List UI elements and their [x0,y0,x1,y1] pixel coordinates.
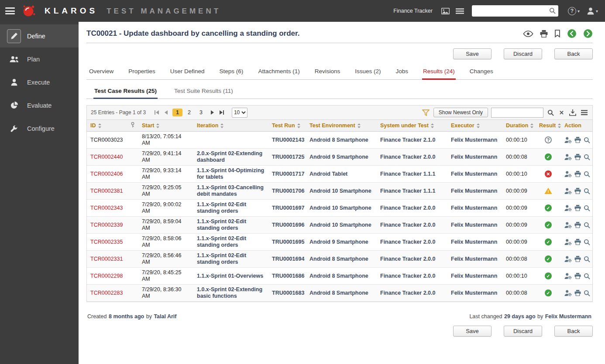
iteration-link[interactable]: 1.0.x-Sprint 02-Extending basic function… [197,286,262,299]
system-under-test-link[interactable]: Finance Tracker 2.0.0 [380,222,435,228]
iteration-link[interactable]: 1.1.x-Sprint 02-Edit standing orders [197,252,246,265]
executor-link[interactable]: Felix Mustermann [451,154,497,160]
system-under-test-link[interactable]: Finance Tracker 2.0.0 [380,256,435,262]
back-button-bottom[interactable]: Back [554,326,593,337]
global-search-input[interactable] [472,5,558,17]
print-result-icon[interactable] [574,222,581,228]
result-id-link[interactable]: TCR0002335 [90,239,123,245]
discard-button[interactable]: Discard [504,48,542,59]
edit-result-icon[interactable] [564,239,572,245]
sidebar-item-define[interactable]: Define [0,24,79,48]
test-environment-link[interactable]: Android 10 Smartphone [309,222,371,228]
test-run-link[interactable]: TRU0001683 [272,290,304,296]
page-number-2[interactable]: 2 [184,109,194,116]
executor-link[interactable]: Felix Mustermann [451,290,497,296]
system-under-test-link[interactable]: Finance Tracker 2.0.0 [380,205,435,211]
global-search-icon[interactable] [549,7,556,16]
show-newest-only-button[interactable]: Show Newest Only [433,108,488,117]
next-page-icon[interactable] [210,110,215,115]
iteration-link[interactable]: 1.1.x-Sprint 03-Cancelling debit mandate… [197,184,264,197]
print-result-icon[interactable] [574,290,581,296]
first-page-icon[interactable] [153,110,160,115]
sidebar-item-execute[interactable]: Execute [0,71,79,94]
column-header-test-environment[interactable]: Test Environment [306,120,377,132]
view-result-icon[interactable] [584,154,590,160]
subtab-test-case-results-25[interactable]: Test Case Results (25) [93,86,158,99]
view-result-icon[interactable] [584,205,590,211]
view-result-icon[interactable] [584,222,590,228]
save-button[interactable]: Save [453,48,492,59]
result-id-link[interactable]: TCR0002343 [90,205,123,211]
edit-result-icon[interactable] [564,273,572,279]
system-under-test-link[interactable]: Finance Tracker 2.0.0 [380,290,435,296]
test-run-link[interactable]: TRU0001697 [272,205,304,211]
test-environment-link[interactable]: Android 8 Smartphone [309,256,368,262]
edit-result-icon[interactable] [564,290,572,296]
result-id-link[interactable]: TCR0002331 [90,256,123,262]
print-icon[interactable] [540,30,548,37]
test-run-link[interactable]: TRU0001717 [272,171,304,177]
executor-link[interactable]: Felix Mustermann [451,222,497,228]
tab-attachments-1[interactable]: Attachments (1) [257,66,300,79]
tab-user-defined[interactable]: User Defined [169,66,206,79]
page-size-select[interactable]: 10 [232,108,248,118]
system-under-test-link[interactable]: Finance Tracker 2.0.0 [380,273,435,279]
system-under-test-link[interactable]: Finance Tracker 2.1.0 [380,137,435,143]
tab-changes[interactable]: Changes [469,66,494,79]
executor-link[interactable]: Felix Mustermann [451,171,497,177]
download-icon[interactable] [568,109,577,116]
column-header-iteration[interactable]: Iteration [193,120,268,132]
print-result-icon[interactable] [574,137,581,143]
discard-button-bottom[interactable]: Discard [504,326,542,337]
print-result-icon[interactable] [574,256,581,262]
edit-result-icon[interactable] [564,171,572,177]
created-time-link[interactable]: 8 months ago [109,313,144,320]
edit-result-icon[interactable] [564,205,572,211]
system-under-test-link[interactable]: Finance Tracker 1.1.1 [380,188,435,194]
view-result-icon[interactable] [584,171,590,177]
test-environment-link[interactable]: Android 10 Smartphone [309,205,371,211]
page-number-1[interactable]: 1 [172,109,182,116]
tab-properties[interactable]: Properties [127,66,156,79]
column-header-system-under-test[interactable]: System under Test [377,120,447,132]
previous-page-icon[interactable] [163,110,168,115]
print-result-icon[interactable] [574,188,581,194]
changed-time-link[interactable]: 29 days ago [504,313,536,320]
system-under-test-link[interactable]: Finance Tracker 2.0.0 [380,239,435,245]
executor-link[interactable]: Felix Mustermann [451,188,497,194]
table-search-icon[interactable] [547,109,555,116]
image-view-icon[interactable] [440,7,450,15]
menu-toggle-icon[interactable] [5,7,15,14]
executor-link[interactable]: Felix Mustermann [451,205,497,211]
iteration-link[interactable]: 1.1.x-Sprint 02-Edit standing orders [197,235,246,248]
test-run-link[interactable]: TRU0001725 [272,154,304,160]
created-user-link[interactable]: Talal Arif [154,313,176,320]
table-search-input[interactable] [491,108,543,118]
previous-element-icon[interactable] [567,29,577,38]
edit-result-icon[interactable] [564,137,572,143]
print-result-icon[interactable] [574,171,581,177]
system-under-test-link[interactable]: Finance Tracker 1.1.1 [380,171,435,177]
column-header-start[interactable]: Start [138,120,193,132]
column-header-id[interactable]: ID [87,120,127,132]
result-id-link[interactable]: TCR0002339 [90,222,123,228]
tab-results-24[interactable]: Results (24) [422,66,456,80]
result-id-link[interactable]: TCR0002381 [90,188,123,194]
preview-icon[interactable] [523,31,533,37]
column-header-executor[interactable]: Executor [447,120,502,132]
iteration-link[interactable]: 1.1.x-Sprint 04-Optimizing for tablets [197,167,264,180]
bookmark-icon[interactable] [554,30,560,37]
tab-jobs[interactable]: Jobs [395,66,409,79]
save-button-bottom[interactable]: Save [453,326,492,337]
tab-overview[interactable]: Overview [88,66,114,79]
test-environment-link[interactable]: Android 9 Smartphone [309,154,368,160]
iteration-link[interactable]: 1.1.x-Sprint 02-Edit standing orders [197,201,246,214]
sidebar-item-evaluate[interactable]: Evaluate [0,94,79,117]
filter-icon[interactable] [421,109,430,116]
print-result-icon[interactable] [574,273,581,279]
test-run-link[interactable]: TRU0001686 [272,273,304,279]
back-button[interactable]: Back [554,48,593,59]
page-number-3[interactable]: 3 [196,109,206,116]
edit-result-icon[interactable] [564,154,572,160]
executor-link[interactable]: Felix Mustermann [451,256,497,262]
